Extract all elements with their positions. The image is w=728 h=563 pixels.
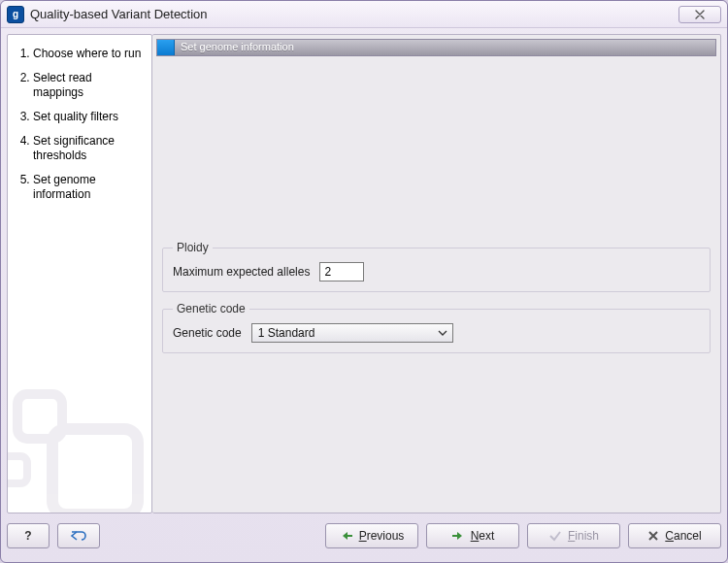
- dialog-window: g Quality-based Variant Detection Choose…: [0, 0, 728, 563]
- step-header-title: Set genome information: [175, 40, 300, 55]
- wizard-step-label: Choose where to run: [33, 47, 141, 60]
- undo-icon: [70, 529, 87, 543]
- main-panel: Set genome information Ploidy Maximum ex…: [152, 34, 721, 513]
- genetic-code-group: Genetic code Genetic code 1 Standard: [162, 302, 711, 353]
- previous-label: Previous: [359, 529, 405, 543]
- wizard-step-4[interactable]: Set significance thresholds: [33, 134, 146, 163]
- ploidy-group: Ploidy Maximum expected alleles: [162, 241, 711, 292]
- step-header: Set genome information: [156, 39, 716, 56]
- svg-rect-1: [17, 394, 62, 439]
- content-area: Choose where to run Select read mappings…: [1, 28, 727, 562]
- previous-button[interactable]: Previous: [325, 523, 418, 548]
- next-label: Next: [471, 529, 495, 543]
- help-icon: ?: [24, 529, 31, 543]
- cancel-label: Cancel: [665, 529, 701, 543]
- ploidy-legend: Ploidy: [173, 241, 213, 254]
- wizard-step-2[interactable]: Select read mappings: [33, 71, 146, 100]
- wizard-step-1[interactable]: Choose where to run: [33, 47, 146, 61]
- app-icon-glyph: g: [13, 9, 18, 19]
- sidebar-decoration: [7, 371, 149, 513]
- max-alleles-input[interactable]: [319, 262, 364, 282]
- check-icon: [548, 530, 562, 542]
- wizard-step-label: Select read mappings: [33, 71, 92, 99]
- step-header-accent: [157, 40, 175, 55]
- reset-button[interactable]: [57, 523, 100, 548]
- wizard-step-5[interactable]: Set genome information: [33, 173, 146, 202]
- genetic-code-label: Genetic code: [173, 326, 242, 340]
- svg-rect-3: [347, 535, 352, 537]
- arrow-left-icon: [340, 530, 353, 542]
- arrow-right-icon: [451, 530, 465, 542]
- close-button[interactable]: [678, 6, 721, 23]
- footer-buttons: ? Previous Next Finish: [7, 513, 721, 552]
- close-icon: [694, 10, 706, 19]
- chevron-down-icon: [437, 327, 448, 339]
- svg-rect-0: [52, 429, 138, 513]
- window-title: Quality-based Variant Detection: [30, 7, 208, 21]
- wizard-step-3[interactable]: Set quality filters: [33, 110, 146, 124]
- next-button[interactable]: Next: [426, 523, 519, 548]
- wizard-steps-list: Choose where to run Select read mappings…: [17, 47, 146, 202]
- genetic-code-legend: Genetic code: [173, 302, 249, 315]
- help-button[interactable]: ?: [7, 523, 50, 548]
- wizard-step-label: Set genome information: [33, 173, 96, 201]
- wizard-step-label: Set quality filters: [33, 110, 118, 123]
- svg-rect-2: [7, 456, 27, 483]
- finish-label: Finish: [568, 529, 599, 543]
- finish-button: Finish: [527, 523, 620, 548]
- x-icon: [647, 530, 659, 542]
- wizard-step-label: Set significance thresholds: [33, 134, 115, 162]
- wizard-steps-sidebar: Choose where to run Select read mappings…: [7, 34, 152, 513]
- cancel-button[interactable]: Cancel: [628, 523, 721, 548]
- genetic-code-selected: 1 Standard: [258, 326, 437, 340]
- titlebar[interactable]: g Quality-based Variant Detection: [1, 1, 727, 28]
- main-body: Ploidy Maximum expected alleles Genetic …: [152, 60, 720, 513]
- max-alleles-label: Maximum expected alleles: [173, 265, 310, 279]
- app-icon: g: [7, 6, 24, 23]
- genetic-code-dropdown[interactable]: 1 Standard: [251, 323, 453, 343]
